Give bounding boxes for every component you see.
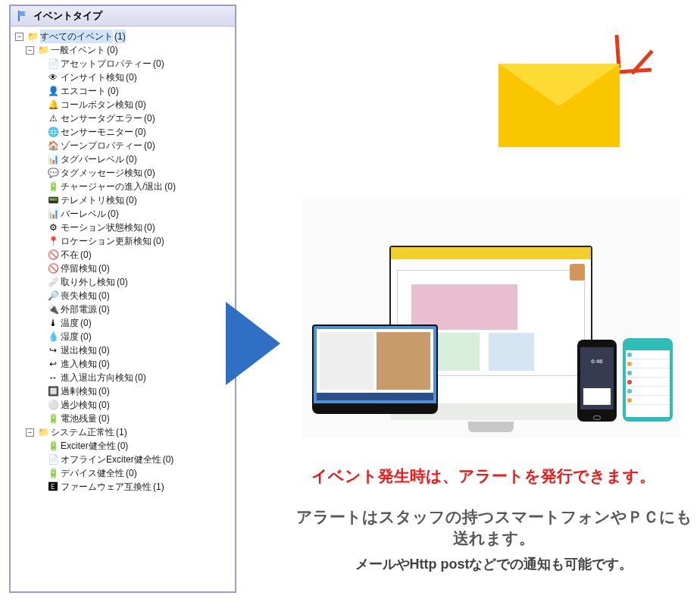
- page-icon: 📄: [47, 58, 59, 70]
- tree-item-all-events[interactable]: −📁すべてのイベント (1): [14, 30, 232, 43]
- tree-item-general-18[interactable]: 🔌外部電源 (0): [14, 303, 232, 316]
- tree-item-general-21[interactable]: ↪退出検知 (0): [14, 343, 232, 357]
- event-type-panel: イベントタイプ −📁すべてのイベント (1)−📁一般イベント (0)📄アセットプ…: [9, 5, 236, 593]
- tree-item-general-20[interactable]: 💧湿度 (0): [14, 330, 232, 343]
- dial-icon: 📟: [47, 194, 59, 206]
- tree-item-label: 停留検知: [61, 262, 97, 275]
- tree-item-system-2[interactable]: 🔋デバイス健全性 (0): [14, 466, 232, 480]
- tree-item-label: タグバーレベル: [61, 152, 124, 166]
- tree-item-count: (0): [135, 371, 146, 384]
- tree-item-general-13[interactable]: 📍ロケーション更新検知 (0): [14, 234, 232, 248]
- tree-item-label: センサーモニター: [61, 125, 133, 139]
- drop-icon: 💧: [47, 331, 59, 343]
- tree-item-count: (0): [144, 166, 155, 180]
- tree-item-general-2[interactable]: 👤エスコート (0): [14, 84, 232, 98]
- tree-item-label: 過少検知: [61, 398, 97, 412]
- tree-item-count: (0): [117, 439, 129, 453]
- tree-item-count: (0): [117, 275, 128, 289]
- tree-item-count: (0): [108, 207, 119, 221]
- tree-item-general-26[interactable]: 🔋電池残量 (0): [14, 412, 232, 425]
- enter-icon: ↩: [47, 358, 59, 370]
- tree-item-label: モーション状態検知: [61, 221, 142, 234]
- tree-item-general-11[interactable]: 📊バーレベル (0): [14, 207, 232, 221]
- tree-item-label: デバイス健全性: [61, 466, 124, 480]
- tree-item-general-4[interactable]: ⚠センサータグエラー (0): [14, 111, 232, 125]
- tree-item-general-10[interactable]: 📟テレメトリ検知 (0): [14, 193, 232, 207]
- tree-item-general-8[interactable]: 💬タグメッセージ検知 (0): [14, 166, 232, 180]
- tree-item-general-23[interactable]: ↔進入退出方向検知 (0): [14, 371, 232, 384]
- tree-item-count: (0): [98, 398, 110, 412]
- tree-item-general-3[interactable]: 🔔コールボタン検知 (0): [14, 98, 232, 111]
- expander[interactable]: −: [15, 33, 23, 41]
- tree-item-count: (0): [135, 98, 146, 111]
- tree-item-label: 電池残量: [61, 412, 97, 425]
- tree-item-label: 一般イベント: [51, 43, 105, 57]
- batt-red-icon: 🔋: [47, 440, 59, 452]
- tree-item-count: (0): [107, 43, 118, 57]
- tree-item-general-19[interactable]: 🌡温度 (0): [14, 316, 232, 330]
- tree-item-count: (1): [116, 425, 127, 439]
- bell-icon: 🔔: [47, 99, 59, 111]
- tree-item-count: (0): [98, 303, 110, 316]
- chart-icon: 📊: [47, 208, 59, 220]
- tree-item-system[interactable]: −📁システム正常性 (1): [14, 425, 232, 439]
- tree-item-label: 外部電源: [61, 303, 97, 316]
- pin-icon: 📍: [47, 235, 59, 247]
- block-icon: 🚫: [47, 249, 59, 261]
- tree-item-system-3[interactable]: 🅴ファームウェア互換性 (1): [14, 480, 232, 494]
- tree-item-system-1[interactable]: 📄オフラインExciter健全性 (0): [14, 453, 232, 466]
- flag-icon: [17, 10, 29, 22]
- tree-item-count: (0): [98, 289, 110, 303]
- tree-item-count: (0): [153, 57, 164, 71]
- tree-item-count: (0): [126, 152, 137, 166]
- tree-item-general-14[interactable]: 🚫不在 (0): [14, 248, 232, 262]
- tree-item-label: インサイト検知: [61, 71, 124, 84]
- phone-illustration: 6:46: [577, 340, 617, 422]
- phone-time: 6:46: [591, 358, 603, 365]
- tree-item-label: チャージャーの進入/退出: [61, 180, 163, 193]
- loss-icon: 🔎: [47, 290, 59, 302]
- tree-item-label: 進入退出方向検知: [61, 371, 133, 384]
- tree-item-general-12[interactable]: ⚙モーション状態検知 (0): [14, 221, 232, 234]
- tree-item-label: タグメッセージ検知: [61, 166, 142, 180]
- tree-item-label: バーレベル: [61, 207, 106, 221]
- tree-item-general-6[interactable]: 🏠ゾーンプロパティー (0): [14, 139, 232, 152]
- tree-item-label: 喪失検知: [61, 289, 97, 303]
- eye-icon: 👁: [47, 71, 59, 83]
- plug-icon: 🔌: [47, 303, 59, 315]
- tree-item-general-22[interactable]: ↩進入検知 (0): [14, 357, 232, 371]
- arrow-icon: [226, 302, 280, 385]
- tree-item-label: Exciter健全性: [61, 439, 116, 453]
- person-icon: 👤: [47, 85, 59, 97]
- tree-item-label: オフラインExciter健全性: [61, 453, 161, 466]
- tree-item-system-0[interactable]: 🔋Exciter健全性 (0): [14, 439, 232, 453]
- tree-item-general[interactable]: −📁一般イベント (0): [14, 43, 232, 57]
- tree-item-general-16[interactable]: 🩹取り外し検知 (0): [14, 275, 232, 289]
- tree-item-general-5[interactable]: 🌐センサーモニター (0): [14, 125, 232, 139]
- tree-item-count: (0): [144, 221, 155, 234]
- expander[interactable]: −: [26, 46, 34, 55]
- tablet-illustration: [623, 338, 673, 422]
- temp-icon: 🌡: [47, 317, 59, 329]
- panel-title: イベントタイプ: [33, 9, 102, 23]
- tree-item-general-15[interactable]: 🚫停留検知 (0): [14, 262, 232, 275]
- panel-header: イベントタイプ: [11, 6, 235, 27]
- tree-item-general-9[interactable]: 🔋チャージャーの進入/退出 (0): [14, 180, 232, 193]
- tree-item-label: 過剰検知: [61, 384, 97, 398]
- folder: 📁: [37, 44, 49, 56]
- tree-item-general-7[interactable]: 📊タグバーレベル (0): [14, 152, 232, 166]
- tree-item-general-24[interactable]: 🔲過剰検知 (0): [14, 384, 232, 398]
- tree-item-general-0[interactable]: 📄アセットプロパティー (0): [14, 57, 232, 71]
- tree-item-general-25[interactable]: ⚪過少検知 (0): [14, 398, 232, 412]
- dot-icon: ⚪: [47, 399, 59, 411]
- tree-item-general-17[interactable]: 🔎喪失検知 (0): [14, 289, 232, 303]
- expander[interactable]: −: [26, 428, 34, 437]
- event-tree[interactable]: −📁すべてのイベント (1)−📁一般イベント (0)📄アセットプロパティー (0…: [11, 27, 235, 591]
- exit-icon: ↪: [47, 344, 59, 356]
- tree-item-label: 進入検知: [61, 357, 97, 371]
- tree-item-general-1[interactable]: 👁インサイト検知 (0): [14, 71, 232, 84]
- tree-item-label: アセットプロパティー: [61, 57, 152, 71]
- block-icon: 🚫: [47, 262, 59, 274]
- tree-item-count: (0): [98, 357, 110, 371]
- tree-item-label: 温度: [61, 316, 79, 330]
